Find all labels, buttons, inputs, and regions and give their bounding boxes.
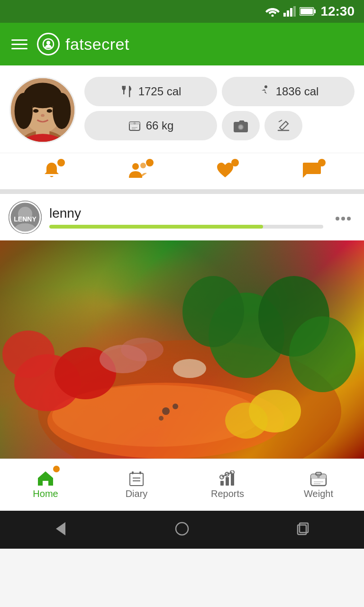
weight-label: Weight [304,488,333,499]
scale-icon [128,119,141,132]
svg-point-75 [176,523,188,535]
logo-area: fatsecret [37,33,129,55]
svg-rect-62 [220,481,224,486]
post-progress-bar [49,225,323,229]
post-progress-fill [49,225,263,229]
svg-rect-2 [287,10,289,17]
weight-button[interactable]: 66 kg [84,111,217,140]
post-header: LENNY lenny [0,194,364,240]
svg-rect-6 [314,9,316,13]
svg-point-49 [182,276,244,347]
bottom-navigation: Home Diary Reports [0,459,364,511]
post-info: lenny [49,206,323,229]
android-nav-bar [0,511,364,549]
nav-home[interactable]: Home [0,459,91,511]
svg-point-71 [317,475,320,478]
svg-line-30 [279,120,282,122]
likes-button[interactable] [215,161,235,182]
nav-weight[interactable]: Weight [273,459,364,511]
svg-point-37 [336,217,339,221]
back-button[interactable] [52,520,69,539]
running-icon [258,85,271,98]
svg-point-18 [47,109,52,113]
home-label: Home [33,488,58,499]
svg-rect-3 [290,8,292,17]
svg-point-9 [46,41,50,45]
svg-point-51 [121,338,164,361]
weight-nav-icon [310,470,327,487]
calories-eaten-button[interactable]: 1725 cal [84,77,217,106]
svg-point-16 [53,93,71,129]
svg-point-56 [173,404,178,409]
nav-reports[interactable]: Reports [182,459,273,511]
svg-point-57 [159,416,164,421]
svg-point-17 [33,109,38,113]
friends-button[interactable] [127,161,150,182]
svg-point-32 [140,163,146,168]
calories-eaten-value: 1725 cal [138,85,182,98]
nav-diary[interactable]: Diary [91,459,182,511]
svg-rect-7 [300,9,313,14]
svg-rect-63 [226,477,229,486]
svg-point-38 [341,217,345,221]
calories-burned-value: 1836 cal [276,85,319,98]
user-avatar[interactable] [9,77,76,143]
messages-notification-dot [318,159,326,166]
post-username: lenny [49,206,323,221]
home-button[interactable] [173,520,191,539]
notifications-button[interactable] [42,161,61,182]
svg-rect-4 [293,6,296,17]
section-divider [0,189,364,194]
status-time: 12:30 [320,4,355,19]
menu-button[interactable] [11,39,27,49]
svg-rect-1 [283,13,286,17]
svg-point-26 [133,122,136,125]
svg-point-39 [347,217,351,221]
home-icon [36,470,55,487]
reports-label: Reports [211,488,244,499]
messages-button[interactable] [301,161,322,182]
svg-point-31 [132,163,139,170]
profile-section: 1725 cal 1836 cal 66 kg [0,65,364,153]
app-name: fatsecret [65,35,129,54]
svg-rect-64 [231,473,234,486]
camera-icon [233,119,248,132]
recents-button[interactable] [295,520,312,539]
svg-point-28 [239,125,243,129]
fork-knife-icon [120,85,134,98]
status-icons: 12:30 [265,4,355,19]
svg-point-55 [162,407,170,415]
friends-notification-dot [146,159,154,166]
home-notification-dot [53,466,60,472]
calories-burned-button[interactable]: 1836 cal [222,77,355,106]
battery-icon [300,7,317,16]
likes-notification-dot [231,159,239,166]
diary-label: Diary [126,488,148,499]
bell-notification-dot [57,159,65,166]
post-more-button[interactable] [331,206,355,229]
logo-icon [37,33,60,55]
reports-icon [218,470,237,487]
app-header: fatsecret [0,23,364,65]
weight-value: 66 kg [146,119,174,132]
svg-point-0 [272,15,274,17]
svg-point-45 [2,331,55,378]
edit-button[interactable] [264,111,302,140]
svg-point-15 [15,93,33,129]
svg-text:LENNY: LENNY [14,215,36,223]
svg-point-53 [225,403,268,439]
notification-bar [0,153,364,189]
wifi-icon [265,6,280,17]
camera-button[interactable] [222,111,260,140]
status-bar: 12:30 [0,0,364,23]
diary-icon [129,470,144,487]
food-post-image[interactable] [0,240,364,459]
svg-marker-74 [56,522,65,535]
svg-point-19 [41,114,45,117]
stats-grid: 1725 cal 1836 cal 66 kg [84,77,355,140]
svg-point-54 [173,359,206,378]
svg-point-48 [289,316,355,392]
edit-icon [276,119,291,132]
svg-point-22 [264,85,267,88]
post-user-avatar[interactable]: LENNY [9,201,42,234]
